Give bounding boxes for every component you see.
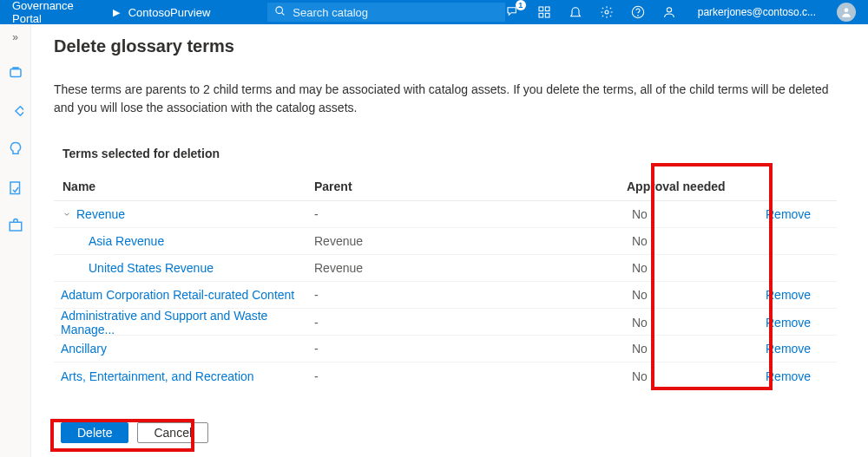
svg-rect-4 xyxy=(539,13,543,17)
nav-item-1[interactable] xyxy=(7,64,24,82)
cell-name: United States Revenue xyxy=(54,261,314,275)
person-icon[interactable] xyxy=(661,4,677,20)
svg-point-8 xyxy=(637,16,638,16)
bell-icon[interactable] xyxy=(568,4,583,20)
cell-approval: No xyxy=(627,234,748,248)
top-bar: Governance Portal ▶ ContosoPurview 1 par… xyxy=(0,0,868,24)
content-area: Delete glossary terms These terms are pa… xyxy=(31,24,868,457)
term-link[interactable]: Ancillary xyxy=(61,342,107,356)
cell-approval: No xyxy=(627,316,748,330)
apps-icon[interactable] xyxy=(536,4,552,20)
delete-button[interactable]: Delete xyxy=(61,422,128,443)
avatar[interactable] xyxy=(837,3,856,22)
cell-parent: - xyxy=(314,207,627,221)
cell-approval: No xyxy=(627,342,748,356)
user-email[interactable]: parkerjones@contoso.c... xyxy=(698,6,816,18)
column-header-approval[interactable]: Approval needed xyxy=(627,180,748,193)
page-description: These terms are parents to 2 child terms… xyxy=(54,81,837,117)
cell-parent: Revenue xyxy=(314,234,627,248)
svg-rect-13 xyxy=(16,107,23,116)
column-header-parent[interactable]: Parent xyxy=(314,180,627,193)
cell-parent: - xyxy=(314,316,627,330)
term-link[interactable]: Revenue xyxy=(76,207,125,221)
nav-item-5[interactable] xyxy=(7,217,24,234)
search-box[interactable] xyxy=(267,3,504,22)
nav-item-3[interactable] xyxy=(7,140,24,158)
table-row: Asia RevenueRevenueNo xyxy=(54,228,837,255)
svg-point-6 xyxy=(605,10,608,14)
top-icons: 1 parkerjones@contoso.c... xyxy=(505,3,861,22)
button-bar: Delete Cancel xyxy=(54,415,215,450)
term-link[interactable]: United States Revenue xyxy=(89,261,214,275)
cell-approval: No xyxy=(627,207,748,221)
table-row: Adatum Corporation Retail-curated Conten… xyxy=(54,282,837,309)
help-icon[interactable] xyxy=(630,4,646,20)
svg-rect-15 xyxy=(10,222,22,231)
cancel-button[interactable]: Cancel xyxy=(137,422,208,443)
notification-badge: 1 xyxy=(516,0,526,10)
table-row: United States RevenueRevenueNo xyxy=(54,255,837,282)
svg-line-1 xyxy=(282,13,285,16)
cell-parent: - xyxy=(314,369,627,383)
svg-rect-2 xyxy=(539,7,543,11)
breadcrumb-item[interactable]: ContosoPurview xyxy=(123,6,216,19)
chevron-down-icon[interactable] xyxy=(61,210,73,219)
nav-item-2[interactable] xyxy=(7,102,24,120)
section-heading: Terms selected for deletion xyxy=(54,147,837,160)
cell-parent: Revenue xyxy=(314,261,627,275)
terms-table: Name Parent Approval needed Revenue-NoRe… xyxy=(54,174,837,389)
search-icon xyxy=(274,5,286,19)
term-link[interactable]: Adatum Corporation Retail-curated Conten… xyxy=(61,288,294,302)
table-row: Administrative and Support and Waste Man… xyxy=(54,309,837,336)
cell-name: Arts, Entertainment, and Recreation xyxy=(54,369,314,383)
svg-rect-11 xyxy=(10,69,21,77)
svg-rect-3 xyxy=(545,7,549,11)
search-input[interactable] xyxy=(293,6,497,19)
remove-link[interactable]: Remove xyxy=(748,316,837,330)
nav-item-4[interactable] xyxy=(7,179,24,196)
svg-rect-12 xyxy=(12,67,19,69)
cell-name: Revenue xyxy=(54,207,314,221)
table-row: Ancillary-NoRemove xyxy=(54,336,837,362)
remove-link[interactable]: Remove xyxy=(748,369,837,383)
table-row: Arts, Entertainment, and Recreation-NoRe… xyxy=(54,362,837,389)
table-header-row: Name Parent Approval needed xyxy=(54,174,837,201)
nav-expand-icon[interactable]: » xyxy=(12,31,18,43)
cell-name: Administrative and Support and Waste Man… xyxy=(54,309,314,336)
svg-point-0 xyxy=(276,7,283,14)
feedback-icon[interactable]: 1 xyxy=(505,4,521,20)
page-title: Delete glossary terms xyxy=(54,36,837,56)
remove-link[interactable]: Remove xyxy=(748,342,837,356)
cell-approval: No xyxy=(627,288,748,302)
cell-parent: - xyxy=(314,342,627,356)
cell-name: Asia Revenue xyxy=(54,234,314,248)
column-header-name[interactable]: Name xyxy=(54,180,314,193)
left-nav: » xyxy=(0,24,31,457)
term-link[interactable]: Arts, Entertainment, and Recreation xyxy=(61,369,254,383)
svg-point-9 xyxy=(667,8,671,12)
breadcrumb-separator: ▶ xyxy=(113,7,120,18)
cell-name: Ancillary xyxy=(54,342,314,356)
remove-link[interactable]: Remove xyxy=(748,207,837,221)
svg-rect-5 xyxy=(545,13,549,17)
term-link[interactable]: Asia Revenue xyxy=(89,234,164,248)
svg-point-10 xyxy=(845,8,849,12)
term-link[interactable]: Administrative and Support and Waste Man… xyxy=(61,309,314,336)
gear-icon[interactable] xyxy=(599,4,615,20)
cell-parent: - xyxy=(314,288,627,302)
brand-label[interactable]: Governance Portal xyxy=(7,0,109,25)
cell-approval: No xyxy=(627,369,748,383)
table-row: Revenue-NoRemove xyxy=(54,201,837,228)
cell-name: Adatum Corporation Retail-curated Conten… xyxy=(54,288,314,302)
cell-approval: No xyxy=(627,261,748,275)
remove-link[interactable]: Remove xyxy=(748,288,837,302)
